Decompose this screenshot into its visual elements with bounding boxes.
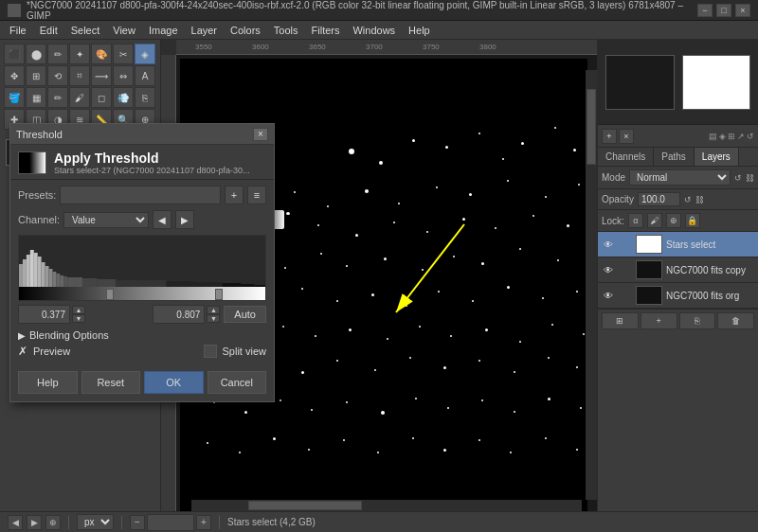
menu-tools[interactable]: Tools [268,24,304,37]
menu-filters[interactable]: Filters [306,24,346,37]
vertical-scrollbar-thumb[interactable] [587,89,596,165]
tool-foreground-select[interactable]: ◈ [135,44,155,64]
zoom-out-button[interactable]: − [130,515,145,530]
panel-new-icon[interactable]: + [602,129,617,144]
copy-layer-button[interactable]: ⎘ [679,312,716,329]
channel-right-button[interactable]: ▶ [175,210,194,229]
new-layer-button[interactable]: + [641,312,677,329]
left-value-input[interactable]: 0.377 [18,305,70,324]
mode-select[interactable]: Normal [629,169,731,186]
layer-item-ngc7000-org[interactable]: 👁 NGC7000 fits org [598,283,758,309]
auto-button[interactable]: Auto [224,306,266,323]
tool-align[interactable]: ⊞ [26,65,46,86]
left-spin-down[interactable]: ▼ [72,314,85,323]
tool-blend[interactable]: ▦ [26,87,46,108]
mode-chain-icon[interactable]: ⛓ [746,173,754,183]
cancel-button[interactable]: Cancel [208,371,267,394]
right-spin-up[interactable]: ▲ [207,306,220,314]
menu-edit[interactable]: Edit [34,24,63,37]
mode-reset-icon[interactable]: ↺ [734,173,742,183]
channel-select[interactable]: Value Red Green Blue [63,212,149,228]
layer-eye-ngc7000-org[interactable]: 👁 [602,289,615,302]
tool-pencil[interactable]: ✏ [47,87,68,108]
lock-position-button[interactable]: ⊕ [666,213,681,228]
lock-all-button[interactable]: 🔒 [685,213,700,228]
preview-label[interactable]: Preview [33,346,70,357]
menu-colors[interactable]: Colors [225,24,266,37]
tool-perspective[interactable]: ⟿ [91,65,112,86]
status-right-button[interactable]: ▶ [27,515,42,530]
horizontal-scrollbar-thumb[interactable] [248,501,362,510]
presets-input[interactable] [60,186,221,204]
lock-alpha-button[interactable]: α [628,213,643,228]
tool-flip[interactable]: ⇔ [113,65,134,86]
status-left-button[interactable]: ◀ [8,515,23,530]
panel-delete-icon[interactable]: × [619,129,634,144]
tool-clone[interactable]: ⎘ [135,87,155,108]
vertical-scrollbar[interactable] [586,70,597,500]
menu-help[interactable]: Help [403,24,436,37]
tool-crop[interactable]: ⌗ [69,65,90,86]
ok-button[interactable]: OK [144,371,204,394]
right-slider-handle[interactable] [215,289,223,300]
blending-expand-icon[interactable]: ▶ [18,330,26,341]
tool-scissors[interactable]: ✂ [113,44,134,64]
tab-layers[interactable]: Layers [695,148,739,166]
tool-airbrush[interactable]: 💨 [113,87,134,108]
left-spin-up[interactable]: ▲ [72,306,85,314]
opacity-input[interactable]: 100.0 [638,192,680,206]
layer-item-ngc7000-copy[interactable]: 👁 NGC7000 fits copy [598,257,758,283]
menu-layer[interactable]: Layer [186,24,224,37]
tool-fuzzy-select[interactable]: ✦ [69,44,90,64]
tool-rectangle-select[interactable]: ⬛ [4,44,25,64]
histogram-slider[interactable] [19,287,265,300]
opacity-chain-icon[interactable]: ⛓ [695,195,704,204]
tool-eraser[interactable]: ◻ [91,87,112,108]
menu-windows[interactable]: Windows [347,24,401,37]
panel-icon-1[interactable]: ▤ [709,132,717,141]
lock-paint-button[interactable]: 🖌 [647,213,662,228]
units-select[interactable]: px [77,514,114,530]
tool-text[interactable]: A [135,65,155,86]
presets-menu-button[interactable]: ≡ [247,186,266,204]
opacity-reset-icon[interactable]: ↺ [684,195,692,204]
panel-icon-2[interactable]: ◈ [719,132,726,141]
right-spin-down[interactable]: ▼ [207,314,220,323]
preview-check-icon[interactable]: ✗ [18,345,27,358]
horizontal-scrollbar[interactable] [191,500,582,511]
left-slider-handle[interactable] [106,289,114,300]
zoom-in-button[interactable]: + [196,515,211,530]
tool-transform[interactable]: ⟲ [47,65,68,86]
presets-add-button[interactable]: + [225,186,244,204]
tab-channels[interactable]: Channels [598,148,654,166]
new-layer-group-button[interactable]: ⊞ [602,312,639,329]
tool-move[interactable]: ✥ [4,65,25,86]
menu-image[interactable]: Image [143,24,184,37]
panel-icon-5[interactable]: ↺ [747,132,754,141]
layer-chain-stars-select[interactable] [619,238,632,251]
menu-select[interactable]: Select [65,24,106,37]
menu-view[interactable]: View [107,24,141,37]
menu-file[interactable]: File [4,24,32,37]
layer-chain-ngc7000-copy[interactable] [619,263,632,276]
threshold-close-button[interactable]: × [253,128,268,141]
minimize-button[interactable]: − [697,4,713,17]
tool-paintbrush[interactable]: 🖌 [69,87,90,108]
layer-item-stars-select[interactable]: 👁 Stars select [598,232,758,257]
layer-chain-ngc7000-org[interactable] [619,289,632,302]
delete-layer-button[interactable]: 🗑 [717,312,754,329]
close-button[interactable]: × [735,4,750,17]
right-value-input[interactable]: 0.807 [153,305,205,324]
zoom-input[interactable]: 200 % [147,514,194,531]
blending-label[interactable]: Blending Options [29,329,109,341]
panel-icon-4[interactable]: ↗ [737,132,745,141]
channel-left-button[interactable]: ◀ [153,210,171,229]
tool-select-by-color[interactable]: 🎨 [91,44,112,64]
split-view-checkbox[interactable] [204,345,217,358]
help-button[interactable]: Help [18,371,78,394]
tab-paths[interactable]: Paths [654,148,695,166]
panel-icon-3[interactable]: ⊞ [728,132,735,141]
maximize-button[interactable]: □ [716,4,731,17]
tool-free-select[interactable]: ✏ [47,44,68,64]
layer-eye-stars-select[interactable]: 👁 [602,238,615,251]
